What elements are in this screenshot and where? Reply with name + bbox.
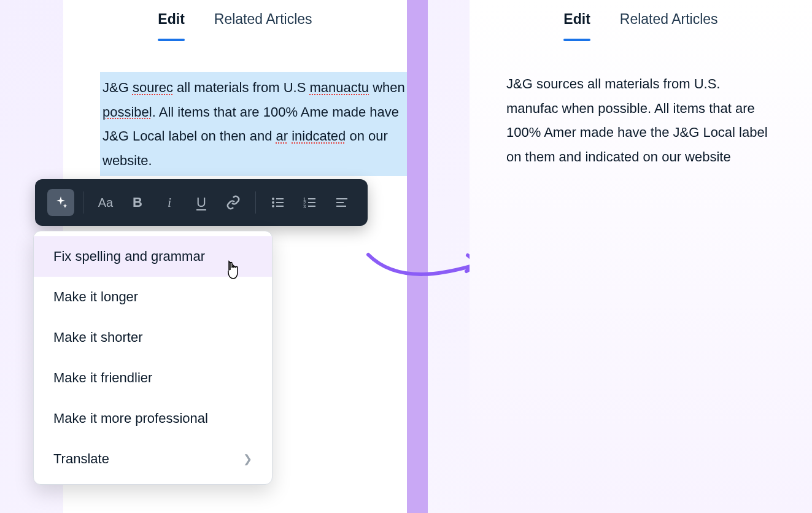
svg-rect-11 — [308, 206, 315, 207]
svg-rect-14 — [336, 206, 346, 207]
align-left-icon — [334, 195, 349, 210]
ai-sparkle-button[interactable] — [47, 189, 74, 216]
ai-menu-make-professional[interactable]: Make it more professional — [34, 398, 272, 439]
ai-menu-translate[interactable]: Translate ❯ — [34, 439, 272, 479]
menu-item-label: Make it friendlier — [53, 370, 152, 386]
panel-divider — [407, 0, 428, 513]
ai-menu-make-friendlier[interactable]: Make it friendlier — [34, 358, 272, 398]
ai-menu-make-longer[interactable]: Make it longer — [34, 277, 272, 317]
menu-item-label: Fix spelling and grammar — [53, 249, 205, 264]
svg-point-0 — [272, 198, 274, 200]
svg-rect-3 — [276, 202, 284, 203]
tabs-left: Edit Related Articles — [63, 0, 407, 53]
svg-rect-13 — [336, 202, 344, 203]
numbered-list-icon: 123 — [303, 195, 317, 210]
menu-item-label: Make it more professional — [53, 411, 208, 426]
tab-edit[interactable]: Edit — [158, 11, 184, 41]
tab-edit[interactable]: Edit — [563, 11, 590, 41]
toolbar-separator — [255, 191, 256, 214]
tab-related-articles[interactable]: Related Articles — [214, 11, 312, 41]
svg-rect-1 — [276, 198, 284, 199]
misspelled-word: inidcated — [292, 128, 346, 144]
editor-panel-after: Edit Related Articles J&G sources all ma… — [470, 0, 812, 513]
svg-point-4 — [272, 205, 274, 207]
svg-rect-7 — [308, 198, 315, 199]
text-segment: all materials from U.S — [173, 80, 310, 95]
ai-menu-make-shorter[interactable]: Make it shorter — [34, 317, 272, 358]
menu-item-label: Translate — [53, 451, 109, 467]
svg-rect-9 — [308, 202, 315, 203]
text-segment: when — [369, 80, 405, 95]
misspelled-word: possibel — [102, 104, 152, 120]
editor-selected-text[interactable]: J&G sourec all materials from U.S manuac… — [100, 72, 407, 176]
svg-point-2 — [272, 201, 274, 204]
italic-button[interactable]: i — [156, 189, 183, 216]
chevron-right-icon: ❯ — [243, 452, 252, 466]
underline-button[interactable]: U — [188, 189, 215, 216]
align-button[interactable] — [328, 189, 355, 216]
sparkle-icon — [53, 195, 68, 210]
bold-icon: B — [133, 195, 142, 210]
link-icon — [226, 195, 241, 210]
bold-button[interactable]: B — [124, 189, 151, 216]
tabs-right: Edit Related Articles — [470, 0, 812, 53]
misspelled-word: sourec — [133, 80, 173, 95]
svg-rect-5 — [276, 206, 284, 207]
bullet-list-button[interactable] — [265, 189, 292, 216]
toolbar-separator — [83, 191, 83, 214]
italic-icon: i — [168, 195, 171, 210]
numbered-list-button[interactable]: 123 — [296, 189, 323, 216]
misspelled-word: manuactu — [309, 80, 369, 95]
editor-corrected-text[interactable]: J&G sources all materials from U.S. manu… — [470, 53, 812, 169]
text-segment: . All items that are 100% Ame — [152, 104, 328, 120]
formatting-toolbar: Aa B i U 123 — [35, 179, 368, 226]
ai-menu-fix-spelling[interactable]: Fix spelling and grammar — [34, 236, 272, 277]
misspelled-word: ar — [276, 128, 288, 144]
menu-item-label: Make it longer — [53, 289, 138, 305]
text-segment: J&G — [102, 80, 133, 95]
link-button[interactable] — [220, 189, 247, 216]
bullet-list-icon — [271, 195, 285, 210]
tab-related-articles[interactable]: Related Articles — [620, 11, 718, 41]
menu-item-label: Make it shorter — [53, 330, 143, 345]
ai-actions-menu: Fix spelling and grammar Make it longer … — [33, 231, 273, 485]
svg-rect-12 — [336, 198, 347, 199]
svg-text:3: 3 — [303, 204, 306, 209]
font-icon: Aa — [98, 196, 113, 210]
font-size-button[interactable]: Aa — [92, 189, 119, 216]
underline-icon: U — [196, 195, 206, 210]
